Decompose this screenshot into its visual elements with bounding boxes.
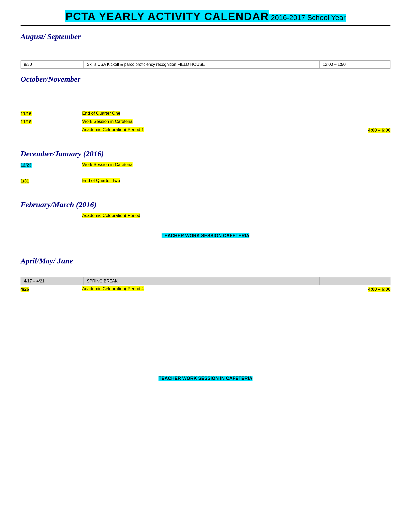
event-time	[339, 119, 390, 120]
event-row-acad1: Academic Celebration( Period 1 4:00 – 6:…	[21, 127, 390, 134]
section-apr-jun: April/May/ June	[21, 256, 390, 265]
event-time: 12:00 – 1:50	[320, 61, 390, 69]
event-time: 4:00 – 6:00	[339, 286, 390, 292]
event-row-426: 4/26 Academic Celebration( Period 4 4:00…	[21, 286, 390, 293]
section-feb-mar: February/March (2016)	[21, 200, 390, 209]
event-row-1118: 11/18 Work Session in Cafeteria	[21, 119, 390, 126]
title-main: PCTA YEARLY ACTIVITY CALENDAR	[65, 10, 269, 22]
section-oct-nov: October/November	[21, 75, 390, 84]
event-date: 11/16	[21, 111, 82, 116]
event-row-acad-period: Academic Celebration( Period	[21, 213, 390, 220]
event-date	[21, 213, 82, 214]
event-description: Work Session in Cafeteria	[82, 162, 339, 167]
event-row-930: 9/30 Skills USA Kickoff & parcc proficie…	[21, 60, 390, 69]
event-date: 11/18	[21, 119, 82, 125]
event-date: 4/17 – 4/21	[21, 277, 84, 285]
event-row-1116: 11/16 End of Quarter One	[21, 111, 390, 118]
title-year: 2016-2017 School Year	[269, 14, 346, 22]
event-time	[339, 111, 390, 111]
section-aug-sep: August/ September	[21, 32, 390, 41]
event-date: 4/26	[21, 286, 82, 292]
teacher-work-session-footer: TEACHER WORK SESSION IN CAFETERIA	[21, 376, 390, 381]
event-date	[21, 127, 82, 128]
event-description: Academic Celebration( Period	[82, 213, 339, 218]
event-description: Academic Celebration( Period 4	[82, 286, 339, 291]
teacher-work-session-feb: TEACHER WORK SESSION CAFETERIA	[21, 233, 390, 239]
section-dec-jan: December/January (2016)	[21, 149, 390, 158]
event-description: Work Session in Cafeteria	[82, 119, 339, 124]
event-description: Skills USA Kickoff & parcc proficiency r…	[83, 61, 320, 69]
event-description: SPRING BREAK	[83, 277, 320, 285]
event-description: End of Quarter One	[82, 111, 339, 116]
event-date: 12/23	[21, 162, 82, 168]
event-row-131: 1/31 End of Quarter Two	[21, 178, 390, 185]
event-time	[339, 213, 390, 214]
event-date: 9/30	[21, 61, 84, 69]
event-time	[339, 162, 390, 163]
event-time: 4:00 – 6:00	[339, 127, 390, 133]
event-time	[339, 178, 390, 179]
event-row-1223: 12/23 Work Session in Cafeteria	[21, 162, 390, 169]
event-description: End of Quarter Two	[82, 178, 339, 183]
event-description: Academic Celebration( Period 1	[82, 127, 339, 132]
event-time	[320, 277, 390, 285]
page-header: PCTA YEARLY ACTIVITY CALENDAR 2016-2017 …	[21, 10, 390, 26]
event-row-spring-break: 4/17 – 4/21 SPRING BREAK	[21, 277, 390, 285]
event-date: 1/31	[21, 178, 82, 184]
